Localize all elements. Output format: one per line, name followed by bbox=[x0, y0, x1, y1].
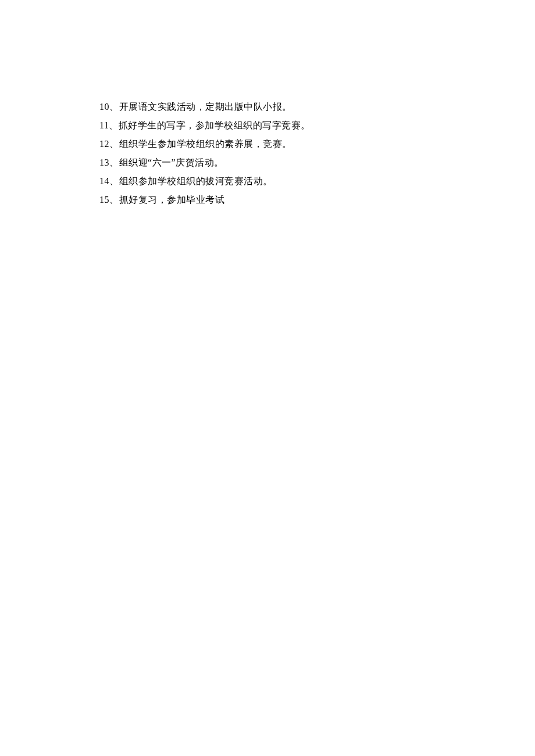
item-text: 、开展语文实践活动，定期出版中队小报。 bbox=[109, 102, 292, 112]
item-number: 12 bbox=[99, 139, 109, 149]
item-text: 、组织迎“六一”庆贺活动。 bbox=[109, 157, 224, 167]
item-text: 、抓好复习，参加毕业考试 bbox=[109, 195, 224, 205]
list-item: 10、开展语文实践活动，定期出版中队小报。 bbox=[99, 98, 535, 116]
item-number: 14 bbox=[99, 176, 109, 186]
item-number: 15 bbox=[99, 195, 109, 205]
list-item: 12、组织学生参加学校组织的素养展，竞赛。 bbox=[99, 135, 535, 153]
list-item: 13、组织迎“六一”庆贺活动。 bbox=[99, 153, 535, 172]
item-number: 11 bbox=[99, 120, 109, 130]
item-number: 10 bbox=[99, 102, 109, 112]
item-text: 、组织学生参加学校组织的素养展，竞赛。 bbox=[109, 139, 292, 149]
list-item: 11、抓好学生的写字，参加学校组织的写字竞赛。 bbox=[99, 116, 535, 135]
item-number: 13 bbox=[99, 157, 109, 167]
list-item: 15、抓好复习，参加毕业考试 bbox=[99, 191, 535, 209]
item-text: 、组织参加学校组织的拔河竞赛活动。 bbox=[109, 176, 273, 186]
list-item: 14、组织参加学校组织的拔河竞赛活动。 bbox=[99, 172, 535, 191]
item-text: 、抓好学生的写字，参加学校组织的写字竞赛。 bbox=[109, 120, 311, 130]
